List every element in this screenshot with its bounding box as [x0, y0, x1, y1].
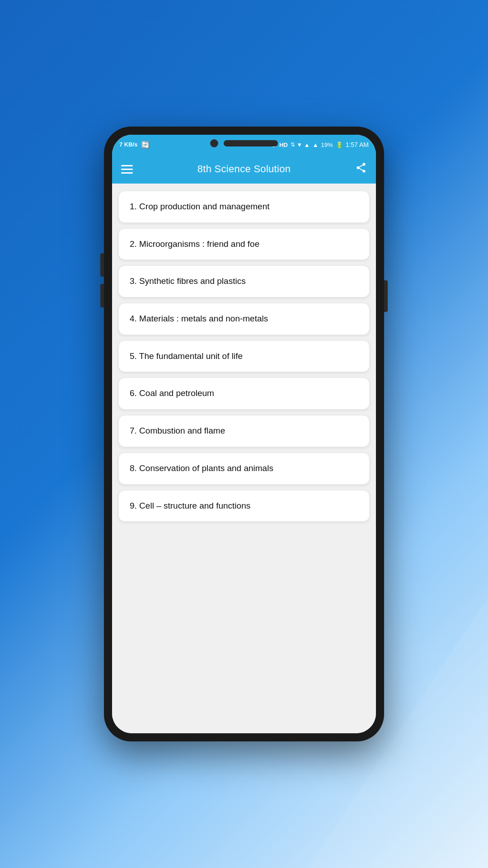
signal-icon-2: ▲ — [313, 142, 319, 148]
share-button[interactable] — [355, 162, 367, 176]
chapter-8-label: 8. Conservation of plants and animals — [130, 463, 273, 473]
vol-down-button — [100, 284, 104, 307]
chapter-5-label: 5. The fundamental unit of life — [130, 351, 243, 361]
volume-buttons — [100, 253, 104, 307]
vol-up-button — [100, 253, 104, 277]
network-speed: 7 KB/s — [119, 142, 137, 148]
hd-label: HD — [279, 142, 288, 148]
hamburger-menu-button[interactable] — [121, 165, 133, 174]
chapter-1-label: 1. Crop production and management — [130, 202, 269, 211]
status-left: 7 KB/s 🔄 — [119, 141, 150, 149]
chapter-item-2[interactable]: 2. Microorganisms : friend and foe — [118, 228, 370, 260]
chapter-9-label: 9. Cell – structure and functions — [130, 501, 250, 510]
chapter-item-4[interactable]: 4. Materials : metals and non-metals — [118, 303, 370, 335]
battery-icon: 🔋 — [336, 142, 343, 148]
hamburger-line-2 — [121, 169, 133, 170]
battery-level: 19% — [321, 142, 333, 148]
hamburger-line-3 — [121, 172, 133, 174]
chapter-item-3[interactable]: 3. Synthetic fibres and plastics — [118, 265, 370, 297]
chapter-item-8[interactable]: 8. Conservation of plants and animals — [118, 453, 370, 485]
chapter-item-9[interactable]: 9. Cell – structure and functions — [118, 490, 370, 522]
camera — [210, 139, 218, 147]
sync-icon: 🔄 — [141, 141, 150, 149]
chapter-7-label: 7. Combustion and flame — [130, 426, 225, 435]
chapter-6-label: 6. Coal and petroleum — [130, 388, 214, 398]
chapter-list: 1. Crop production and management 2. Mic… — [112, 184, 376, 733]
data-transfer-icon: ⇅ — [291, 142, 295, 148]
phone-frame: 7 KB/s 🔄 ⊖ HD ⇅ ▾ ▲ ▲ 19% 🔋 1:57 AM — [104, 127, 384, 741]
speaker — [224, 140, 278, 146]
chapter-item-5[interactable]: 5. The fundamental unit of life — [118, 340, 370, 373]
phone-top-notch — [210, 139, 278, 147]
chapter-2-label: 2. Microorganisms : friend and foe — [130, 239, 259, 249]
time-display: 1:57 AM — [346, 141, 369, 148]
chapter-item-7[interactable]: 7. Combustion and flame — [118, 415, 370, 447]
power-button — [384, 280, 388, 312]
status-right: ⊖ HD ⇅ ▾ ▲ ▲ 19% 🔋 1:57 AM — [271, 141, 369, 149]
phone-screen: 7 KB/s 🔄 ⊖ HD ⇅ ▾ ▲ ▲ 19% 🔋 1:57 AM — [112, 135, 376, 733]
app-bar: 8th Science Solution — [112, 155, 376, 184]
signal-icon-1: ▲ — [304, 142, 310, 148]
chapter-4-label: 4. Materials : metals and non-metals — [130, 314, 268, 323]
app-title: 8th Science Solution — [197, 163, 291, 175]
chapter-3-label: 3. Synthetic fibres and plastics — [130, 276, 246, 286]
wifi-icon: ▾ — [298, 141, 301, 149]
chapter-item-1[interactable]: 1. Crop production and management — [118, 191, 370, 223]
hamburger-line-1 — [121, 165, 133, 166]
chapter-item-6[interactable]: 6. Coal and petroleum — [118, 377, 370, 410]
